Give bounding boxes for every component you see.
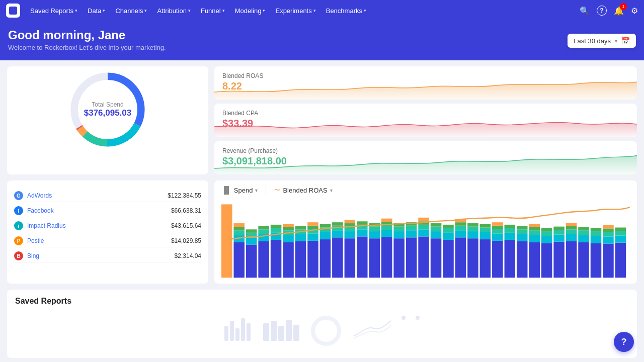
saved-reports-ghost-charts — [15, 311, 629, 351]
facebook-name: Facebook — [27, 207, 167, 214]
ghost-chart-3 — [311, 316, 341, 346]
svg-rect-117 — [541, 236, 552, 243]
svg-rect-96 — [480, 228, 491, 232]
svg-rect-46 — [345, 238, 356, 278]
blended-roas-card: Blended ROAS 8.22 — [214, 66, 637, 100]
nav-experiments[interactable]: Experiments ▾ — [271, 5, 319, 17]
svg-rect-66 — [393, 227, 405, 231]
calendar-icon: 📅 — [621, 37, 630, 45]
svg-rect-122 — [553, 230, 565, 234]
date-range-picker[interactable]: Last 30 days ▾ 📅 — [568, 34, 636, 48]
roas-toggle[interactable]: 〜 Blended ROAS ▾ — [274, 186, 332, 195]
svg-rect-103 — [505, 240, 516, 278]
svg-rect-9 — [233, 230, 245, 235]
nav-chevron-data: ▾ — [103, 8, 105, 13]
svg-rect-6 — [221, 204, 232, 278]
channel-adwords[interactable]: G AdWords $122,384.55 — [14, 190, 201, 202]
roas-label: Blended ROAS — [283, 187, 327, 194]
postie-icon: P — [14, 236, 23, 245]
adwords-name: AdWords — [27, 192, 164, 199]
svg-rect-125 — [566, 234, 577, 241]
svg-rect-138 — [603, 236, 614, 243]
svg-rect-91 — [467, 231, 478, 238]
svg-rect-130 — [578, 235, 589, 242]
nav-funnel[interactable]: Funnel ▾ — [197, 5, 229, 17]
svg-rect-22 — [271, 228, 282, 232]
svg-rect-86 — [455, 230, 466, 237]
svg-rect-112 — [529, 235, 540, 242]
bing-name: Bing — [27, 252, 171, 259]
nav-modeling[interactable]: Modeling ▾ — [231, 5, 270, 17]
svg-rect-52 — [357, 229, 368, 236]
svg-rect-70 — [406, 226, 417, 230]
svg-rect-102 — [492, 222, 503, 226]
svg-rect-110 — [517, 226, 528, 230]
svg-rect-27 — [283, 227, 294, 231]
svg-rect-92 — [467, 227, 478, 231]
svg-rect-45 — [332, 222, 343, 226]
svg-rect-80 — [431, 223, 442, 227]
svg-rect-51 — [357, 236, 368, 278]
svg-rect-140 — [603, 228, 614, 232]
svg-rect-114 — [529, 227, 540, 231]
subtitle-text: Welcome to Rockerbox! Let's dive into yo… — [8, 44, 636, 51]
settings-icon[interactable]: ⚙ — [631, 6, 638, 16]
nav-chevron-channels: ▾ — [144, 8, 147, 13]
adwords-value: $122,384.55 — [168, 192, 201, 199]
nav-channels[interactable]: Channels ▾ — [111, 5, 151, 17]
nav-benchmarks[interactable]: Benchmarks ▾ — [322, 5, 370, 17]
svg-rect-37 — [307, 222, 318, 226]
svg-rect-34 — [307, 234, 318, 241]
nav-chevron-experiments: ▾ — [313, 8, 316, 13]
ghost-chart-4 — [351, 316, 391, 346]
svg-rect-118 — [541, 231, 552, 236]
help-button[interactable]: ? — [614, 332, 634, 352]
date-range-label: Last 30 days — [574, 37, 611, 45]
channel-postie[interactable]: P Postie $14,029.85 — [14, 235, 201, 247]
nav-attribution[interactable]: Attribution ▾ — [153, 5, 195, 17]
svg-rect-23 — [271, 225, 282, 228]
svg-rect-60 — [381, 230, 392, 237]
adwords-icon: G — [14, 191, 23, 200]
svg-rect-79 — [431, 227, 442, 231]
svg-rect-29 — [295, 241, 306, 278]
nav-chevron-funnel: ▾ — [222, 8, 225, 13]
nav-chevron-attribution: ▾ — [188, 8, 191, 13]
svg-rect-25 — [283, 235, 294, 242]
roas-chevron-icon: ▾ — [330, 188, 333, 193]
saved-reports-title: Saved Reports — [15, 297, 629, 306]
app-logo[interactable] — [6, 4, 20, 18]
svg-rect-47 — [345, 231, 356, 238]
notification-badge: 1 — [620, 3, 627, 10]
svg-rect-78 — [431, 231, 442, 238]
notifications-icon[interactable]: 🔔 1 — [614, 6, 624, 16]
nav-data[interactable]: Data ▾ — [84, 5, 109, 17]
svg-rect-147 — [271, 321, 277, 341]
svg-rect-54 — [357, 221, 368, 225]
channel-impact-radius[interactable]: i Impact Radius $43,615.64 — [14, 220, 201, 232]
channel-bing[interactable]: B Bing $2,314.04 — [14, 250, 201, 262]
nav-saved-reports[interactable]: Saved Reports ▾ — [26, 5, 82, 17]
date-picker-chevron-icon: ▾ — [615, 38, 617, 44]
svg-rect-139 — [603, 232, 614, 236]
svg-rect-77 — [431, 238, 442, 278]
svg-rect-104 — [505, 233, 516, 240]
svg-rect-111 — [529, 242, 540, 278]
svg-rect-74 — [418, 225, 429, 229]
spend-toggle[interactable]: ▐▌ Spend ▾ — [221, 186, 258, 194]
svg-rect-94 — [480, 239, 491, 278]
svg-rect-128 — [566, 223, 577, 226]
help-icon[interactable]: ? — [597, 6, 607, 16]
hero-section: Good morning, Jane Welcome to Rockerbox!… — [0, 21, 644, 60]
svg-rect-87 — [455, 226, 466, 230]
svg-rect-144 — [615, 231, 626, 235]
search-icon[interactable]: 🔍 — [580, 6, 590, 16]
svg-rect-55 — [369, 238, 380, 278]
svg-rect-36 — [307, 226, 318, 229]
saved-reports-section: Saved Reports — [7, 290, 637, 358]
nav-chevron-saved-reports: ▾ — [75, 8, 77, 13]
bing-value: $2,314.04 — [175, 252, 201, 259]
channel-facebook[interactable]: f Facebook $66,638.31 — [14, 205, 201, 217]
svg-rect-64 — [393, 238, 405, 278]
svg-rect-72 — [418, 236, 429, 278]
